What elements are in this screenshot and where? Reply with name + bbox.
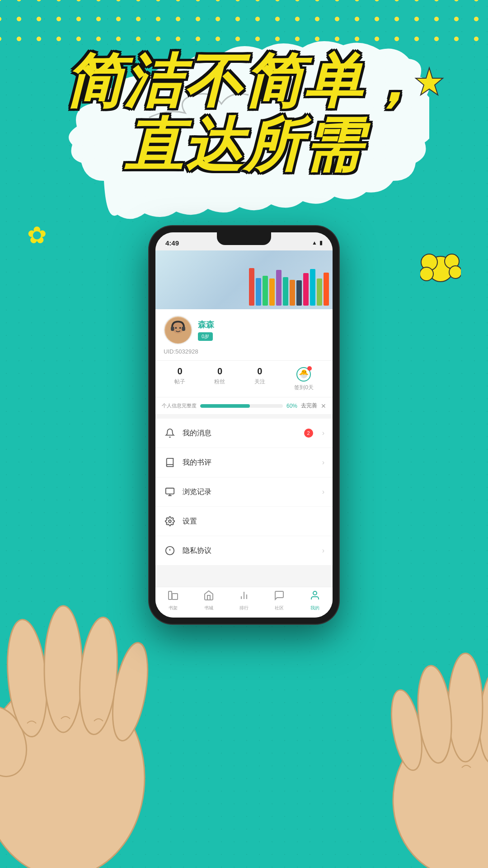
svg-rect-32 xyxy=(172,594,178,599)
progress-percent: 60% xyxy=(286,403,297,409)
following-count: 0 xyxy=(257,366,262,377)
avatar[interactable] xyxy=(164,316,192,344)
nav-item-书架[interactable]: 书架 xyxy=(168,590,178,611)
svg-point-5 xyxy=(420,267,433,281)
menu-text-1: 我的书评 xyxy=(183,458,316,467)
nav-label-书城: 书城 xyxy=(204,605,213,611)
status-time: 4:49 xyxy=(165,239,179,247)
svg-rect-21 xyxy=(182,327,185,331)
menu-section: 我的消息2›我的书评›浏览记录›设置隐私协议› xyxy=(155,419,333,566)
menu-text-4: 隐私协议 xyxy=(183,546,316,556)
wifi-icon: ▲ xyxy=(312,240,317,246)
hand-right xyxy=(334,642,488,868)
menu-arrow-1: › xyxy=(322,458,324,467)
menu-item-0[interactable]: 我的消息2› xyxy=(155,419,333,448)
menu-text-0: 我的消息 xyxy=(183,429,298,438)
star-decoration xyxy=(413,66,445,97)
svg-point-4 xyxy=(449,266,461,278)
nav-icon-我的 xyxy=(310,590,320,604)
status-icons: ▲ ▮ xyxy=(312,240,323,246)
profile-uid: UID:5032928 xyxy=(164,348,324,355)
svg-point-9 xyxy=(44,606,82,732)
svg-text:🐣: 🐣 xyxy=(299,369,309,379)
menu-icon-1 xyxy=(164,456,176,469)
nav-label-书架: 书架 xyxy=(169,605,178,611)
flower-left: ✿ xyxy=(27,222,47,249)
stats-row: 0 帖子 0 粉丝 0 关注 🐣 xyxy=(155,360,333,397)
following-label: 关注 xyxy=(254,378,265,386)
checkin-button[interactable]: 🐣 签到0天 xyxy=(294,366,314,392)
progress-close-button[interactable]: ✕ xyxy=(321,402,326,410)
profile-cover xyxy=(155,250,333,309)
menu-icon-0 xyxy=(164,427,176,439)
nav-label-社区: 社区 xyxy=(275,605,284,611)
menu-arrow-4: › xyxy=(322,547,324,555)
menu-item-3[interactable]: 设置 xyxy=(155,507,333,536)
svg-marker-0 xyxy=(416,68,443,95)
profile-top: 森森 0岁 xyxy=(164,316,324,344)
nav-label-排行: 排行 xyxy=(239,605,249,611)
svg-rect-20 xyxy=(171,327,174,331)
menu-item-1[interactable]: 我的书评› xyxy=(155,448,333,477)
nav-item-排行[interactable]: 排行 xyxy=(239,590,249,611)
menu-text-3: 设置 xyxy=(183,517,324,526)
posts-count: 0 xyxy=(178,366,183,377)
nav-label-我的: 我的 xyxy=(310,605,319,611)
progress-bar-fill xyxy=(200,404,250,408)
nav-item-我的[interactable]: 我的 xyxy=(310,590,320,611)
avatar-image xyxy=(164,316,192,344)
battery-icon: ▮ xyxy=(319,240,323,246)
title-line2: 直达所需 xyxy=(0,113,488,177)
menu-item-2[interactable]: 浏览记录› xyxy=(155,477,333,507)
stat-posts[interactable]: 0 帖子 xyxy=(174,366,185,392)
menu-text-2: 浏览记录 xyxy=(183,487,316,497)
svg-point-36 xyxy=(313,591,317,595)
flower-right xyxy=(420,253,461,292)
nav-item-社区[interactable]: 社区 xyxy=(274,590,285,611)
age-badge: 0岁 xyxy=(198,332,213,341)
nav-icon-排行 xyxy=(239,590,249,604)
progress-bar-background xyxy=(200,404,283,408)
checkin-label: 签到0天 xyxy=(294,384,314,392)
progress-goto-button[interactable]: 去完善 xyxy=(301,402,317,410)
menu-icon-4 xyxy=(164,544,176,557)
menu-icon-2 xyxy=(164,486,176,498)
phone-notch xyxy=(217,232,271,245)
menu-item-4[interactable]: 隐私协议› xyxy=(155,536,333,566)
phone-mockup: 4:49 ▲ ▮ xyxy=(149,226,339,624)
bottom-nav: 书架书城排行社区我的 xyxy=(155,587,333,618)
svg-rect-31 xyxy=(169,591,172,599)
progress-label: 个人信息完整度 xyxy=(162,402,197,409)
stat-following[interactable]: 0 关注 xyxy=(254,366,265,392)
menu-arrow-2: › xyxy=(322,488,324,496)
menu-icon-3 xyxy=(164,515,176,528)
fans-count: 0 xyxy=(217,366,222,377)
phone-screen: 4:49 ▲ ▮ xyxy=(155,232,333,618)
svg-point-22 xyxy=(175,327,177,329)
phone-frame: 4:49 ▲ ▮ xyxy=(149,226,339,624)
menu-arrow-0: › xyxy=(322,429,324,437)
nav-item-书城[interactable]: 书城 xyxy=(203,590,214,611)
profile-info: 森森 0岁 xyxy=(198,319,214,341)
nav-icon-书架 xyxy=(168,590,178,604)
profile-section: 森森 0岁 UID:5032928 xyxy=(155,309,333,360)
bookshelf-decoration xyxy=(155,250,333,309)
fans-label: 粉丝 xyxy=(214,378,225,386)
svg-point-27 xyxy=(169,520,171,523)
svg-rect-26 xyxy=(166,488,174,494)
checkin-icon: 🐣 xyxy=(296,366,312,382)
nav-icon-书城 xyxy=(203,590,214,604)
posts-label: 帖子 xyxy=(174,378,185,386)
profile-name: 森森 xyxy=(198,319,214,330)
svg-point-15 xyxy=(448,653,483,762)
menu-badge-0: 2 xyxy=(304,429,313,438)
svg-point-23 xyxy=(179,327,181,329)
nav-icon-社区 xyxy=(274,590,285,604)
profile-completeness: 个人信息完整度 60% 去完善 ✕ xyxy=(155,397,333,414)
stat-fans[interactable]: 0 粉丝 xyxy=(214,366,225,392)
